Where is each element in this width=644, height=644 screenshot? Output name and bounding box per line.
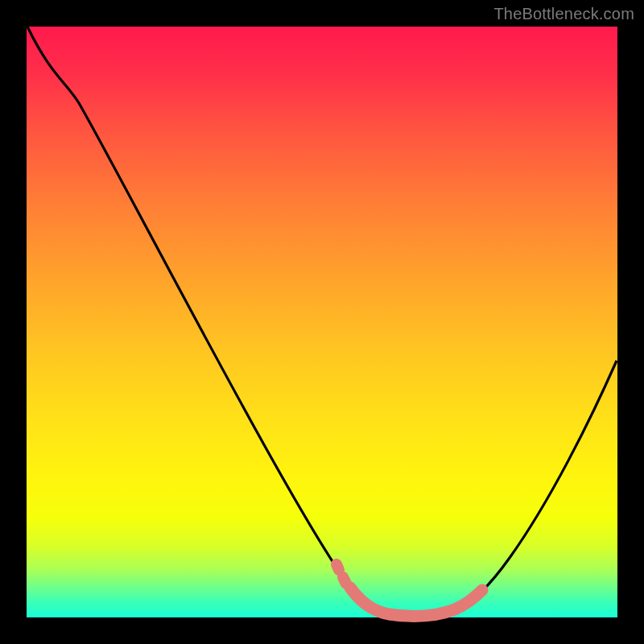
valley-highlight-path [350,588,482,616]
bottleneck-curve [27,27,617,617]
watermark-text: TheBottleneck.com [493,5,634,23]
valley-dots-left-2 [343,577,346,584]
valley-dots-left [336,564,339,570]
curve-path [27,27,617,617]
